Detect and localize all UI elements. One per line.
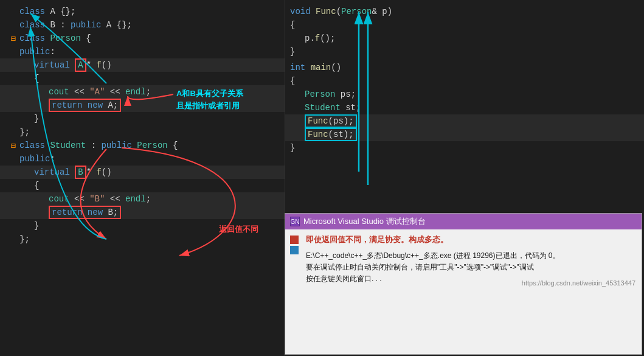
right-line-1: void Func(Person& p) (285, 5, 644, 18)
right-line-3: p.f(); (285, 32, 644, 45)
console-highlight-text: 即使返回值不同，满足协变。构成多态。 (306, 234, 560, 245)
console-titlebar: GN Microsoft Visual Studio 调试控制台 (285, 214, 642, 229)
right-line-11: } (285, 141, 644, 155)
right-line-2: { (285, 18, 644, 32)
annotation-ab-relation2: 且是指针或者引用 (176, 100, 240, 111)
vs-icon: GN (290, 217, 300, 226)
annotation-return-diff: 返回值不同 (219, 224, 258, 235)
right-line-4: } (285, 45, 644, 58)
console-panel: GN Microsoft Visual Studio 调试控制台 即使返回值不同… (285, 213, 642, 355)
annotation-ab-relation: A和B具有父子关系 (176, 88, 243, 99)
console-url: https://blog.csdn.net/weixin_45313447 (522, 279, 635, 287)
square-a (290, 236, 299, 244)
console-title: Microsoft Visual Studio 调试控制台 (303, 216, 426, 227)
right-line-7: Person ps; (285, 88, 644, 101)
right-line-9: Func(ps); (285, 114, 644, 128)
right-line-8: Student st; (285, 101, 644, 114)
square-b (290, 246, 299, 254)
right-line-6: { (285, 74, 644, 88)
right-line-10: Func(st); (285, 128, 644, 141)
right-line-5: int main() (285, 61, 644, 74)
